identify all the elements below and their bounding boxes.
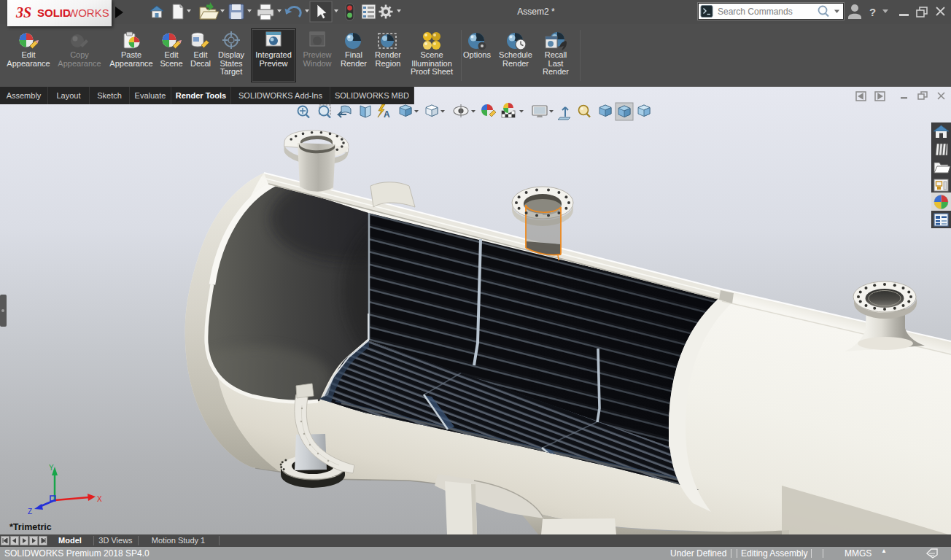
svg-text:Y: Y xyxy=(49,464,54,472)
svg-text:*Trimetric: *Trimetric xyxy=(9,522,52,532)
svg-text:A: A xyxy=(384,109,390,120)
svg-text:WORKS: WORKS xyxy=(68,7,109,19)
svg-text:Z: Z xyxy=(28,508,32,516)
svg-text:?: ? xyxy=(869,6,876,18)
svg-text:3S: 3S xyxy=(15,4,31,20)
svg-text:Search Commands: Search Commands xyxy=(718,7,793,17)
svg-text:X: X xyxy=(97,495,102,503)
svg-text:SOLID: SOLID xyxy=(37,7,71,19)
